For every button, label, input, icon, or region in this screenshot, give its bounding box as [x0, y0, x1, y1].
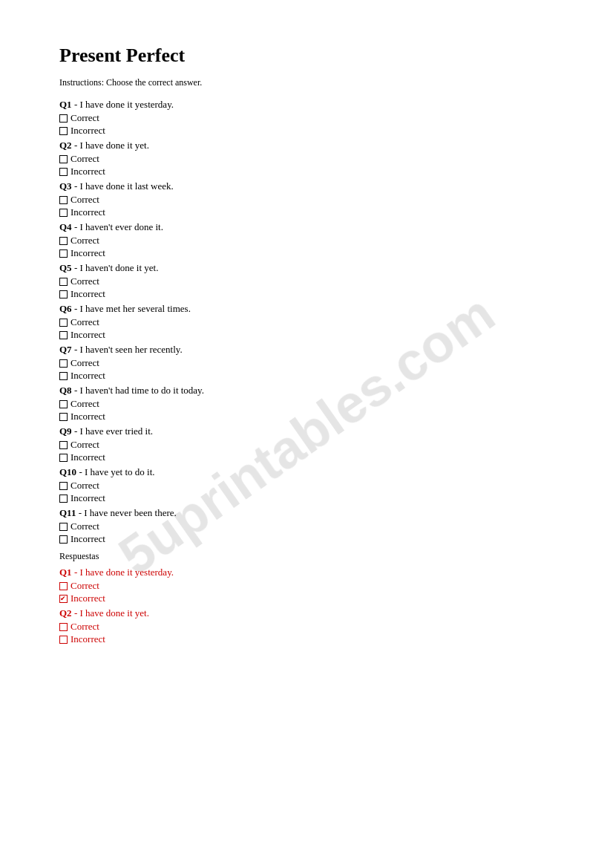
incorrect-label: Incorrect	[71, 492, 105, 504]
correct-checkbox[interactable]	[59, 196, 68, 204]
correct-checkbox[interactable]	[59, 523, 68, 531]
answer-incorrect-label: Incorrect	[71, 633, 105, 645]
question-number: Q4	[59, 221, 72, 232]
answer-question-number: Q2	[59, 607, 72, 619]
incorrect-checkbox[interactable]	[59, 535, 68, 544]
correct-option[interactable]: Correct	[59, 316, 554, 328]
question-number: Q1	[59, 99, 72, 110]
incorrect-checkbox[interactable]	[59, 209, 68, 217]
question-line: Q10 - I have yet to do it.	[59, 466, 554, 478]
question-number: Q10	[59, 466, 76, 477]
question-number: Q5	[59, 262, 72, 273]
correct-checkbox[interactable]	[59, 441, 68, 449]
question-line: Q3 - I have done it last week.	[59, 180, 554, 192]
answer-incorrect-checkbox[interactable]	[59, 636, 68, 644]
question-line: Q8 - I haven't had time to do it today.	[59, 385, 554, 397]
correct-label: Correct	[71, 357, 99, 369]
question-text: - I have yet to do it.	[76, 466, 154, 477]
question-text: - I haven't seen her recently.	[72, 344, 183, 355]
answer-incorrect-option[interactable]: Incorrect	[59, 633, 554, 645]
answer-incorrect-option[interactable]: Incorrect	[59, 593, 554, 604]
incorrect-label: Incorrect	[71, 288, 105, 300]
correct-option[interactable]: Correct	[59, 235, 554, 247]
correct-checkbox[interactable]	[59, 482, 68, 490]
incorrect-label: Incorrect	[71, 125, 105, 137]
correct-option[interactable]: Correct	[59, 153, 554, 165]
question-text: - I haven't done it yet.	[72, 262, 159, 273]
correct-label: Correct	[71, 398, 99, 410]
incorrect-checkbox[interactable]	[59, 495, 68, 503]
incorrect-option[interactable]: Incorrect	[59, 247, 554, 259]
incorrect-checkbox[interactable]	[59, 249, 68, 258]
question-number: Q7	[59, 344, 72, 355]
question-line: Q9 - I have ever tried it.	[59, 425, 554, 437]
answer-correct-option[interactable]: Correct	[59, 621, 554, 633]
question-line: Q5 - I haven't done it yet.	[59, 262, 554, 274]
incorrect-checkbox[interactable]	[59, 168, 68, 176]
incorrect-checkbox[interactable]	[59, 454, 68, 462]
questions-container: Q1 - I have done it yesterday.CorrectInc…	[59, 99, 554, 545]
incorrect-option[interactable]: Incorrect	[59, 492, 554, 504]
answer-block: Q2 - I have done it yet.CorrectIncorrect	[59, 607, 554, 645]
answer-correct-checkbox[interactable]	[59, 623, 68, 631]
instructions-text: Instructions: Choose the correct answer.	[59, 77, 554, 88]
correct-checkbox[interactable]	[59, 278, 68, 286]
answers-container: Q1 - I have done it yesterday.CorrectInc…	[59, 567, 554, 645]
correct-option[interactable]: Correct	[59, 357, 554, 369]
correct-label: Correct	[71, 235, 99, 247]
incorrect-label: Incorrect	[71, 206, 105, 218]
question-line: Q4 - I haven't ever done it.	[59, 221, 554, 233]
correct-checkbox[interactable]	[59, 155, 68, 163]
correct-label: Correct	[71, 316, 99, 328]
incorrect-checkbox[interactable]	[59, 127, 68, 135]
question-text: - I have done it yesterday.	[72, 99, 174, 110]
correct-option[interactable]: Correct	[59, 439, 554, 451]
answer-correct-label: Correct	[71, 580, 99, 592]
correct-option[interactable]: Correct	[59, 398, 554, 410]
incorrect-label: Incorrect	[71, 533, 105, 545]
incorrect-option[interactable]: Incorrect	[59, 166, 554, 177]
correct-checkbox[interactable]	[59, 400, 68, 408]
correct-checkbox[interactable]	[59, 359, 68, 368]
correct-checkbox[interactable]	[59, 114, 68, 123]
incorrect-option[interactable]: Incorrect	[59, 533, 554, 545]
answer-correct-checkbox[interactable]	[59, 582, 68, 590]
answer-correct-option[interactable]: Correct	[59, 580, 554, 592]
question-line: Q11 - I have never been there.	[59, 507, 554, 519]
question-text: - I have ever tried it.	[72, 425, 153, 437]
question-block: Q2 - I have done it yet.CorrectIncorrect	[59, 140, 554, 177]
correct-option[interactable]: Correct	[59, 480, 554, 492]
incorrect-label: Incorrect	[71, 166, 105, 177]
answer-incorrect-checkbox[interactable]	[59, 595, 68, 603]
question-block: Q6 - I have met her several times.Correc…	[59, 303, 554, 341]
question-block: Q1 - I have done it yesterday.CorrectInc…	[59, 99, 554, 137]
incorrect-option[interactable]: Incorrect	[59, 206, 554, 218]
incorrect-option[interactable]: Incorrect	[59, 370, 554, 382]
correct-label: Correct	[71, 275, 99, 287]
correct-option[interactable]: Correct	[59, 275, 554, 287]
incorrect-checkbox[interactable]	[59, 331, 68, 339]
incorrect-option[interactable]: Incorrect	[59, 329, 554, 341]
question-number: Q6	[59, 303, 72, 314]
question-line: Q1 - I have done it yesterday.	[59, 99, 554, 111]
correct-option[interactable]: Correct	[59, 112, 554, 124]
incorrect-checkbox[interactable]	[59, 290, 68, 298]
question-block: Q10 - I have yet to do it.CorrectIncorre…	[59, 466, 554, 504]
question-number: Q11	[59, 507, 76, 518]
incorrect-option[interactable]: Incorrect	[59, 451, 554, 463]
incorrect-checkbox[interactable]	[59, 372, 68, 380]
answer-incorrect-label: Incorrect	[71, 593, 105, 604]
answer-correct-label: Correct	[71, 621, 99, 633]
incorrect-checkbox[interactable]	[59, 413, 68, 421]
question-block: Q5 - I haven't done it yet.CorrectIncorr…	[59, 262, 554, 300]
incorrect-option[interactable]: Incorrect	[59, 288, 554, 300]
incorrect-option[interactable]: Incorrect	[59, 411, 554, 422]
correct-option[interactable]: Correct	[59, 521, 554, 532]
correct-option[interactable]: Correct	[59, 194, 554, 206]
correct-checkbox[interactable]	[59, 237, 68, 245]
question-text: - I have never been there.	[76, 507, 176, 518]
incorrect-label: Incorrect	[71, 411, 105, 422]
incorrect-label: Incorrect	[71, 370, 105, 382]
incorrect-option[interactable]: Incorrect	[59, 125, 554, 137]
correct-checkbox[interactable]	[59, 319, 68, 327]
